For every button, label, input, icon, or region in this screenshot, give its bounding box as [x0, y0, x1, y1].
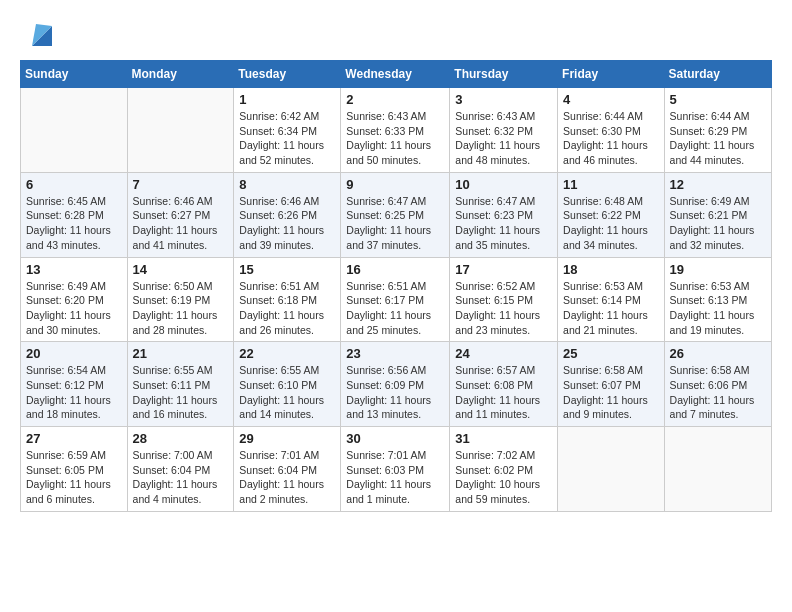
- calendar-week-row: 6Sunrise: 6:45 AM Sunset: 6:28 PM Daylig…: [21, 172, 772, 257]
- day-info: Sunrise: 6:47 AM Sunset: 6:25 PM Dayligh…: [346, 194, 444, 253]
- day-number: 3: [455, 92, 552, 107]
- calendar-cell: 12Sunrise: 6:49 AM Sunset: 6:21 PM Dayli…: [664, 172, 771, 257]
- calendar-cell: 24Sunrise: 6:57 AM Sunset: 6:08 PM Dayli…: [450, 342, 558, 427]
- day-info: Sunrise: 6:48 AM Sunset: 6:22 PM Dayligh…: [563, 194, 659, 253]
- calendar-cell: 17Sunrise: 6:52 AM Sunset: 6:15 PM Dayli…: [450, 257, 558, 342]
- day-info: Sunrise: 6:58 AM Sunset: 6:07 PM Dayligh…: [563, 363, 659, 422]
- calendar-cell: 29Sunrise: 7:01 AM Sunset: 6:04 PM Dayli…: [234, 427, 341, 512]
- weekday-header: Sunday: [21, 61, 128, 88]
- calendar-cell: 28Sunrise: 7:00 AM Sunset: 6:04 PM Dayli…: [127, 427, 234, 512]
- logo: [20, 18, 56, 50]
- day-info: Sunrise: 6:57 AM Sunset: 6:08 PM Dayligh…: [455, 363, 552, 422]
- calendar-cell: [558, 427, 665, 512]
- day-info: Sunrise: 6:46 AM Sunset: 6:27 PM Dayligh…: [133, 194, 229, 253]
- day-info: Sunrise: 6:55 AM Sunset: 6:10 PM Dayligh…: [239, 363, 335, 422]
- calendar-cell: [21, 88, 128, 173]
- calendar-cell: 6Sunrise: 6:45 AM Sunset: 6:28 PM Daylig…: [21, 172, 128, 257]
- day-number: 21: [133, 346, 229, 361]
- calendar-cell: 30Sunrise: 7:01 AM Sunset: 6:03 PM Dayli…: [341, 427, 450, 512]
- weekday-header-row: SundayMondayTuesdayWednesdayThursdayFrid…: [21, 61, 772, 88]
- calendar-cell: 5Sunrise: 6:44 AM Sunset: 6:29 PM Daylig…: [664, 88, 771, 173]
- calendar-cell: 11Sunrise: 6:48 AM Sunset: 6:22 PM Dayli…: [558, 172, 665, 257]
- calendar-cell: 13Sunrise: 6:49 AM Sunset: 6:20 PM Dayli…: [21, 257, 128, 342]
- calendar-cell: 8Sunrise: 6:46 AM Sunset: 6:26 PM Daylig…: [234, 172, 341, 257]
- day-number: 31: [455, 431, 552, 446]
- day-info: Sunrise: 6:43 AM Sunset: 6:32 PM Dayligh…: [455, 109, 552, 168]
- calendar-cell: 20Sunrise: 6:54 AM Sunset: 6:12 PM Dayli…: [21, 342, 128, 427]
- day-number: 28: [133, 431, 229, 446]
- calendar-cell: 27Sunrise: 6:59 AM Sunset: 6:05 PM Dayli…: [21, 427, 128, 512]
- weekday-header: Thursday: [450, 61, 558, 88]
- calendar-cell: 21Sunrise: 6:55 AM Sunset: 6:11 PM Dayli…: [127, 342, 234, 427]
- weekday-header: Tuesday: [234, 61, 341, 88]
- calendar-cell: 2Sunrise: 6:43 AM Sunset: 6:33 PM Daylig…: [341, 88, 450, 173]
- day-info: Sunrise: 6:46 AM Sunset: 6:26 PM Dayligh…: [239, 194, 335, 253]
- day-number: 26: [670, 346, 766, 361]
- day-number: 7: [133, 177, 229, 192]
- day-info: Sunrise: 6:51 AM Sunset: 6:18 PM Dayligh…: [239, 279, 335, 338]
- day-info: Sunrise: 6:47 AM Sunset: 6:23 PM Dayligh…: [455, 194, 552, 253]
- day-info: Sunrise: 6:44 AM Sunset: 6:29 PM Dayligh…: [670, 109, 766, 168]
- day-info: Sunrise: 6:52 AM Sunset: 6:15 PM Dayligh…: [455, 279, 552, 338]
- weekday-header: Wednesday: [341, 61, 450, 88]
- day-number: 30: [346, 431, 444, 446]
- day-info: Sunrise: 6:55 AM Sunset: 6:11 PM Dayligh…: [133, 363, 229, 422]
- calendar-week-row: 13Sunrise: 6:49 AM Sunset: 6:20 PM Dayli…: [21, 257, 772, 342]
- calendar-cell: 22Sunrise: 6:55 AM Sunset: 6:10 PM Dayli…: [234, 342, 341, 427]
- day-info: Sunrise: 6:51 AM Sunset: 6:17 PM Dayligh…: [346, 279, 444, 338]
- calendar-cell: 7Sunrise: 6:46 AM Sunset: 6:27 PM Daylig…: [127, 172, 234, 257]
- calendar-week-row: 1Sunrise: 6:42 AM Sunset: 6:34 PM Daylig…: [21, 88, 772, 173]
- day-number: 27: [26, 431, 122, 446]
- calendar-cell: 3Sunrise: 6:43 AM Sunset: 6:32 PM Daylig…: [450, 88, 558, 173]
- day-info: Sunrise: 6:49 AM Sunset: 6:20 PM Dayligh…: [26, 279, 122, 338]
- day-info: Sunrise: 6:43 AM Sunset: 6:33 PM Dayligh…: [346, 109, 444, 168]
- day-info: Sunrise: 6:58 AM Sunset: 6:06 PM Dayligh…: [670, 363, 766, 422]
- day-info: Sunrise: 6:54 AM Sunset: 6:12 PM Dayligh…: [26, 363, 122, 422]
- calendar-week-row: 20Sunrise: 6:54 AM Sunset: 6:12 PM Dayli…: [21, 342, 772, 427]
- day-info: Sunrise: 6:49 AM Sunset: 6:21 PM Dayligh…: [670, 194, 766, 253]
- calendar-cell: 25Sunrise: 6:58 AM Sunset: 6:07 PM Dayli…: [558, 342, 665, 427]
- calendar-cell: 19Sunrise: 6:53 AM Sunset: 6:13 PM Dayli…: [664, 257, 771, 342]
- logo-icon: [24, 18, 56, 50]
- day-number: 22: [239, 346, 335, 361]
- day-number: 16: [346, 262, 444, 277]
- day-info: Sunrise: 7:00 AM Sunset: 6:04 PM Dayligh…: [133, 448, 229, 507]
- weekday-header: Saturday: [664, 61, 771, 88]
- day-info: Sunrise: 6:44 AM Sunset: 6:30 PM Dayligh…: [563, 109, 659, 168]
- calendar-cell: 16Sunrise: 6:51 AM Sunset: 6:17 PM Dayli…: [341, 257, 450, 342]
- day-number: 11: [563, 177, 659, 192]
- calendar-cell: [127, 88, 234, 173]
- day-number: 14: [133, 262, 229, 277]
- day-info: Sunrise: 6:53 AM Sunset: 6:14 PM Dayligh…: [563, 279, 659, 338]
- day-number: 12: [670, 177, 766, 192]
- day-number: 4: [563, 92, 659, 107]
- day-number: 29: [239, 431, 335, 446]
- day-info: Sunrise: 6:59 AM Sunset: 6:05 PM Dayligh…: [26, 448, 122, 507]
- day-number: 8: [239, 177, 335, 192]
- day-number: 10: [455, 177, 552, 192]
- day-info: Sunrise: 7:01 AM Sunset: 6:03 PM Dayligh…: [346, 448, 444, 507]
- header: [20, 18, 772, 50]
- day-number: 5: [670, 92, 766, 107]
- day-number: 6: [26, 177, 122, 192]
- day-info: Sunrise: 6:50 AM Sunset: 6:19 PM Dayligh…: [133, 279, 229, 338]
- calendar-cell: 4Sunrise: 6:44 AM Sunset: 6:30 PM Daylig…: [558, 88, 665, 173]
- calendar-week-row: 27Sunrise: 6:59 AM Sunset: 6:05 PM Dayli…: [21, 427, 772, 512]
- day-number: 24: [455, 346, 552, 361]
- day-number: 17: [455, 262, 552, 277]
- calendar-table: SundayMondayTuesdayWednesdayThursdayFrid…: [20, 60, 772, 512]
- day-info: Sunrise: 6:53 AM Sunset: 6:13 PM Dayligh…: [670, 279, 766, 338]
- day-number: 20: [26, 346, 122, 361]
- day-number: 18: [563, 262, 659, 277]
- calendar-cell: 10Sunrise: 6:47 AM Sunset: 6:23 PM Dayli…: [450, 172, 558, 257]
- calendar-cell: 23Sunrise: 6:56 AM Sunset: 6:09 PM Dayli…: [341, 342, 450, 427]
- calendar-cell: 9Sunrise: 6:47 AM Sunset: 6:25 PM Daylig…: [341, 172, 450, 257]
- calendar-cell: 14Sunrise: 6:50 AM Sunset: 6:19 PM Dayli…: [127, 257, 234, 342]
- day-number: 25: [563, 346, 659, 361]
- day-number: 19: [670, 262, 766, 277]
- day-number: 2: [346, 92, 444, 107]
- calendar-cell: [664, 427, 771, 512]
- day-number: 13: [26, 262, 122, 277]
- calendar-cell: 15Sunrise: 6:51 AM Sunset: 6:18 PM Dayli…: [234, 257, 341, 342]
- day-number: 9: [346, 177, 444, 192]
